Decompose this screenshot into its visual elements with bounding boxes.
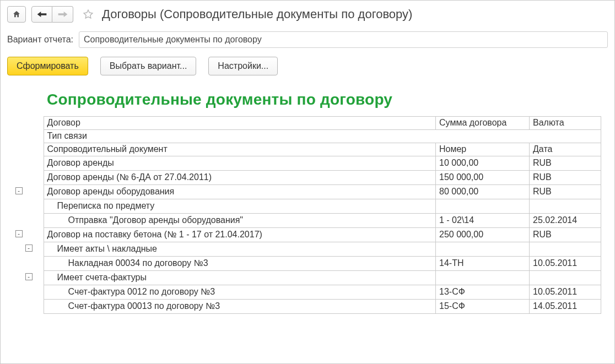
row-mid-cell: 150 000,00 <box>436 171 530 185</box>
tree-toggle[interactable]: - <box>25 273 33 280</box>
table-row: Счет-фактура 00013 по договору №315-СФ14… <box>14 300 601 314</box>
table-row: Счет-фактура 0012 по договору №313-СФ10.… <box>14 285 601 300</box>
tree-toggle[interactable]: - <box>15 187 23 194</box>
row-right-cell <box>530 199 601 214</box>
col-date: Дата <box>530 143 601 156</box>
table-row: -Имеет акты \ накладные <box>14 242 601 257</box>
row-name-cell[interactable]: Переписка по предмету <box>44 199 436 214</box>
home-icon <box>12 10 21 19</box>
col-sum: Сумма договора <box>436 117 530 130</box>
nav-history-group <box>31 6 73 23</box>
row-name-cell[interactable]: Договор аренды <box>44 156 436 171</box>
row-name-cell[interactable]: Договор аренды оборудования <box>44 185 436 199</box>
tree-toggle[interactable]: - <box>25 245 33 252</box>
row-mid-cell: 250 000,00 <box>436 228 530 242</box>
report-table: Договор Сумма договора Валюта Тип связи … <box>14 116 601 314</box>
window-title: Договоры (Сопроводительные документы по … <box>102 7 412 21</box>
report-variant-input[interactable] <box>79 31 608 48</box>
actions-row: Сформировать Выбрать вариант... Настройк… <box>1 51 614 83</box>
row-name-cell[interactable]: Договор на поставку бетона (№ 1 - 17 от … <box>44 228 436 242</box>
row-mid-cell <box>436 271 530 285</box>
col-contract: Договор <box>44 117 436 130</box>
table-row: Отправка "Договор аренды оборудования"1 … <box>14 214 601 228</box>
report-variant-row: Вариант отчета: <box>1 25 614 51</box>
nav-back-button[interactable] <box>31 6 52 23</box>
row-mid-cell: 10 000,00 <box>436 156 530 171</box>
col-link-type: Тип связи <box>44 130 601 143</box>
col-number: Номер <box>436 143 530 156</box>
report-area: Сопроводительные документы по договору Д… <box>1 83 614 314</box>
arrow-right-icon <box>57 10 68 18</box>
arrow-left-icon <box>36 10 47 18</box>
row-right-cell <box>530 271 601 285</box>
table-row: Договор аренды (№ 6-ДА от 27.04.2011)150… <box>14 171 601 185</box>
settings-button[interactable]: Настройки... <box>208 57 278 75</box>
star-icon <box>82 8 94 20</box>
row-name-cell[interactable]: Отправка "Договор аренды оборудования" <box>44 214 436 228</box>
row-name-cell[interactable]: Накладная 00034 по договору №3 <box>44 257 436 271</box>
report-title: Сопроводительные документы по договору <box>14 83 612 116</box>
report-variant-label: Вариант отчета: <box>7 35 73 45</box>
row-mid-cell: 80 000,00 <box>436 185 530 199</box>
col-doc: Сопроводительный документ <box>44 143 436 156</box>
row-right-cell: 10.05.2011 <box>530 285 601 300</box>
tree-toggle[interactable]: - <box>15 230 23 237</box>
col-currency: Валюта <box>530 117 601 130</box>
row-right-cell: 25.02.2014 <box>530 214 601 228</box>
row-right-cell: RUB <box>530 171 601 185</box>
table-row: Переписка по предмету <box>14 199 601 214</box>
home-button[interactable] <box>7 6 26 23</box>
row-name-cell[interactable]: Счет-фактура 00013 по договору №3 <box>44 300 436 314</box>
favorite-toggle[interactable] <box>79 8 95 20</box>
row-mid-cell <box>436 199 530 214</box>
nav-forward-button[interactable] <box>52 6 73 23</box>
row-mid-cell: 15-СФ <box>436 300 530 314</box>
row-mid-cell <box>436 242 530 257</box>
row-right-cell: 14.05.2011 <box>530 300 601 314</box>
row-right-cell: RUB <box>530 185 601 199</box>
header-toolbar: Договоры (Сопроводительные документы по … <box>1 1 614 25</box>
row-name-cell[interactable]: Имеет акты \ накладные <box>44 242 436 257</box>
row-name-cell[interactable]: Договор аренды (№ 6-ДА от 27.04.2011) <box>44 171 436 185</box>
row-mid-cell: 13-СФ <box>436 285 530 300</box>
app-window: Договоры (Сопроводительные документы по … <box>0 0 615 364</box>
generate-button[interactable]: Сформировать <box>7 57 88 75</box>
table-row: -Имеет счета-фактуры <box>14 271 601 285</box>
row-name-cell[interactable]: Счет-фактура 0012 по договору №3 <box>44 285 436 300</box>
row-right-cell: RUB <box>530 228 601 242</box>
row-mid-cell: 14-ТН <box>436 257 530 271</box>
choose-variant-button[interactable]: Выбрать вариант... <box>100 57 197 75</box>
row-right-cell <box>530 242 601 257</box>
row-right-cell: RUB <box>530 156 601 171</box>
row-right-cell: 10.05.2011 <box>530 257 601 271</box>
row-mid-cell: 1 - 02\14 <box>436 214 530 228</box>
table-row: -Договор на поставку бетона (№ 1 - 17 от… <box>14 228 601 242</box>
table-row: -Договор аренды оборудования80 000,00RUB <box>14 185 601 199</box>
table-row: Накладная 00034 по договору №314-ТН10.05… <box>14 257 601 271</box>
row-name-cell[interactable]: Имеет счета-фактуры <box>44 271 436 285</box>
table-row: Договор аренды10 000,00RUB <box>14 156 601 171</box>
